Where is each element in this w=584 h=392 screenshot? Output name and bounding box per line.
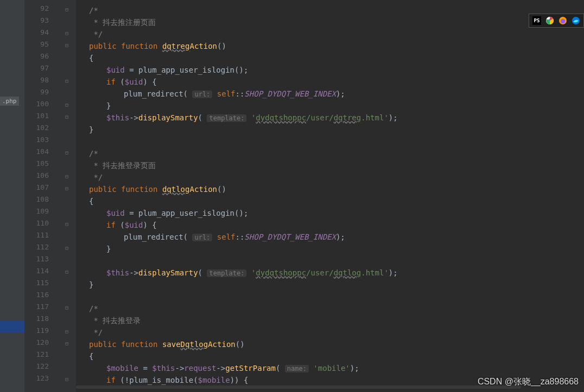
line-number[interactable]: 105 — [24, 159, 49, 168]
line-number[interactable]: 94 — [24, 28, 49, 36]
line-number[interactable]: 120 — [24, 338, 49, 346]
code-line[interactable]: public function dqtregAction() — [89, 40, 226, 52]
line-number[interactable]: 114 — [24, 267, 49, 275]
line-number[interactable]: 92 — [24, 4, 49, 12]
line-number[interactable]: 119 — [24, 326, 49, 335]
fold-toggle-icon[interactable]: ⊟ — [65, 245, 72, 252]
code-line[interactable]: } — [89, 279, 93, 291]
code-line[interactable]: { — [89, 350, 93, 362]
code-line[interactable]: /* — [89, 4, 98, 16]
line-number[interactable]: 118 — [24, 314, 49, 323]
code-line[interactable]: public function dqtlogAction() — [89, 183, 226, 195]
line-number[interactable]: 93 — [24, 16, 49, 24]
code-line[interactable]: * 抖去推登录 — [89, 314, 141, 326]
fold-toggle-icon[interactable]: ⊟ — [65, 340, 72, 347]
line-number[interactable]: 115 — [24, 279, 49, 287]
line-number[interactable]: 122 — [24, 362, 49, 370]
line-number[interactable]: 107 — [24, 183, 49, 191]
code-line[interactable]: } — [89, 124, 93, 136]
line-number[interactable]: 97 — [24, 64, 49, 72]
code-line[interactable]: public function saveDqtlogAction() — [89, 338, 245, 350]
fold-toggle-icon[interactable]: ⊟ — [65, 221, 72, 228]
code-token: Action — [208, 340, 236, 349]
line-number[interactable]: 102 — [24, 124, 49, 132]
code-line[interactable]: { — [89, 195, 93, 207]
line-number[interactable]: 113 — [24, 255, 49, 263]
code-line[interactable]: * 抖去推注册页面 — [89, 16, 156, 28]
code-line[interactable]: if (!plum_is_mobile($mobile)) { — [106, 374, 248, 386]
code-token: save — [162, 340, 181, 349]
line-number[interactable]: 101 — [24, 112, 49, 120]
code-token: ( — [198, 113, 207, 122]
code-token: function — [121, 185, 162, 194]
code-token: = — [125, 66, 138, 74]
chrome-icon[interactable] — [545, 16, 554, 25]
fold-toggle-icon[interactable]: ⊟ — [65, 150, 72, 156]
project-sidebar[interactable]: .php — [0, 0, 24, 392]
fold-toggle-icon[interactable]: ⊟ — [65, 114, 72, 120]
fold-toggle-icon[interactable]: ⊟ — [65, 376, 72, 383]
line-number[interactable]: 109 — [24, 207, 49, 215]
line-number[interactable]: 99 — [24, 88, 49, 96]
firefox-icon[interactable] — [558, 16, 567, 25]
code-line[interactable]: $this->displaySmarty( template: 'dydqtsh… — [106, 112, 398, 124]
code-token: template: — [207, 114, 246, 122]
fold-toggle-icon[interactable]: ⊟ — [65, 329, 72, 335]
fold-toggle-icon[interactable]: ⊟ — [65, 42, 72, 49]
file-tab[interactable]: .php — [0, 97, 19, 106]
code-line[interactable]: { — [89, 52, 93, 64]
code-line[interactable]: */ — [89, 171, 103, 183]
fold-toggle-icon[interactable]: ⊟ — [65, 269, 72, 275]
line-number[interactable]: 111 — [24, 231, 49, 239]
code-token: $mobile — [198, 376, 230, 384]
line-number[interactable]: 103 — [24, 136, 49, 144]
code-token: ( — [183, 89, 193, 98]
line-number[interactable]: 112 — [24, 243, 49, 251]
line-number[interactable]: 104 — [24, 147, 49, 156]
code-line[interactable]: */ — [89, 326, 103, 338]
code-token: :: — [236, 233, 245, 241]
code-line[interactable]: /* — [89, 303, 98, 314]
code-line[interactable]: $mobile = $this->request->getStrParam( n… — [106, 362, 359, 375]
code-line[interactable]: plum_redirect( url: self::SHOP_DYDQT_WEB… — [124, 231, 345, 243]
code-line[interactable]: $this->displaySmarty( template: 'dydqtsh… — [106, 267, 398, 279]
line-number[interactable]: 123 — [24, 374, 49, 382]
horizontal-scrollbar[interactable] — [76, 385, 521, 389]
line-number[interactable]: 98 — [24, 76, 49, 84]
line-number[interactable]: 108 — [24, 195, 49, 203]
line-number[interactable]: 95 — [24, 40, 49, 48]
line-number[interactable]: 121 — [24, 350, 49, 358]
fold-toggle-icon[interactable]: ⊟ — [65, 102, 72, 108]
fold-toggle-icon[interactable]: ⊟ — [65, 305, 72, 311]
edge-icon[interactable] — [572, 16, 580, 25]
code-token: */ — [89, 173, 103, 182]
line-number[interactable]: 116 — [24, 291, 49, 299]
line-number[interactable]: 117 — [24, 303, 49, 311]
fold-toggle-icon[interactable]: ⊟ — [65, 185, 72, 192]
fold-toggle-icon[interactable]: ⊟ — [65, 173, 72, 180]
code-line[interactable]: plum_redirect( url: self::SHOP_DYDQT_WEB… — [124, 88, 345, 100]
code-token: /* — [89, 6, 98, 15]
line-number[interactable]: 106 — [24, 171, 49, 179]
line-number[interactable]: 96 — [24, 52, 49, 60]
fold-toggle-icon[interactable]: ⊟ — [65, 30, 72, 37]
fold-toggle-icon[interactable]: ⊟ — [65, 78, 72, 85]
code-line[interactable]: */ — [89, 28, 103, 40]
code-token — [212, 89, 217, 98]
code-line[interactable]: if ($uid) { — [106, 219, 157, 231]
line-number[interactable]: 100 — [24, 100, 49, 108]
code-line[interactable]: } — [106, 100, 111, 112]
code-token: ( — [183, 233, 193, 241]
phpstorm-icon[interactable]: PS — [532, 16, 541, 25]
code-line[interactable]: $uid = plum_app_user_islogin(); — [106, 207, 248, 219]
code-line[interactable]: if ($uid) { — [106, 76, 157, 88]
code-editor[interactable]: /* * 抖去推注册页面 */public function dqtregAct… — [76, 0, 530, 392]
code-line[interactable]: * 抖去推登录页面 — [89, 159, 156, 171]
app-taskbar[interactable]: PS — [529, 14, 584, 28]
code-token: $uid — [106, 66, 125, 74]
code-line[interactable]: $uid = plum_app_user_islogin(); — [106, 64, 248, 76]
code-line[interactable]: } — [106, 243, 111, 255]
code-line[interactable]: /* — [89, 147, 98, 159]
fold-toggle-icon[interactable]: ⊟ — [65, 7, 72, 13]
line-number[interactable]: 110 — [24, 219, 49, 227]
